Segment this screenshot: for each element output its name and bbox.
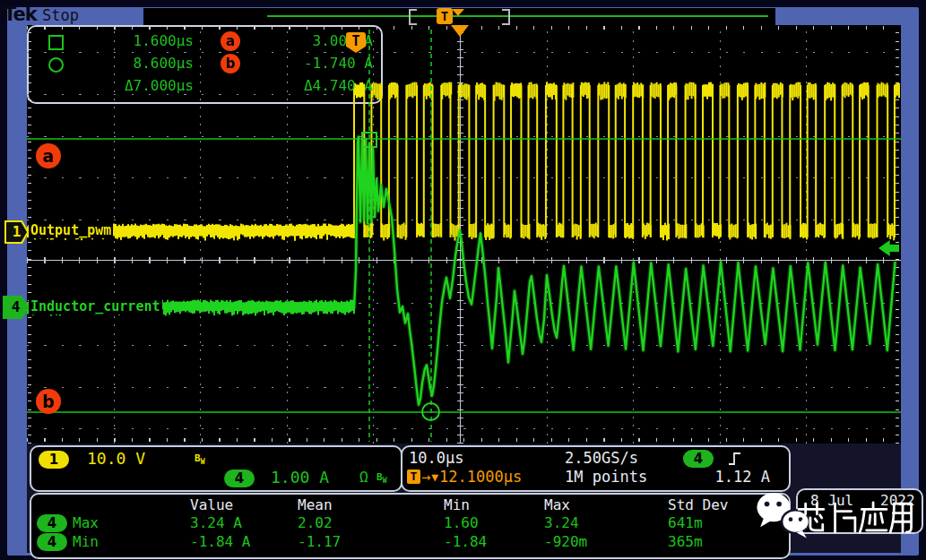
cursor-a-badge: a <box>36 143 61 168</box>
delay-tri-icon: ▼ <box>431 470 438 484</box>
meas-ch-badge: 4 <box>37 514 67 532</box>
ch1-scale-badge: 1 <box>39 451 69 469</box>
meas-value: 3.24 A <box>190 514 250 532</box>
ch4-bw-limit-icon: BW <box>376 471 386 485</box>
delay-t-icon: T <box>407 470 420 484</box>
meas-min: -1.84 <box>444 533 487 551</box>
trigger-position-marker-icon <box>451 25 469 37</box>
col-header-max: Max <box>544 496 587 514</box>
acquisition-status: Stop <box>42 6 79 24</box>
trigger-source-badge: 4 <box>683 450 714 468</box>
col-header-mean: Mean <box>298 496 341 514</box>
graticule: T a b Output_pwm Inductor_current 1.600µ… <box>27 25 901 444</box>
ch4-waveform-label: Inductor_current <box>29 299 162 314</box>
delay-value: 12.1000µs <box>439 468 522 486</box>
measurement-row-label: 4 Min <box>37 533 99 551</box>
cursor-ci-time: 8.600µs <box>77 55 194 72</box>
watermark-text-glyphs <box>796 500 918 536</box>
meas-max: -920m <box>544 533 587 551</box>
meas-mean: -1.17 <box>298 533 341 551</box>
expansion-point-icon <box>452 9 464 16</box>
ch1-scale: 10.0 V <box>87 449 145 468</box>
meas-std: 365m <box>668 533 728 551</box>
ch1-bw-limit-icon: BW <box>195 452 204 466</box>
meas-min: 1.60 <box>444 514 487 532</box>
meas-mean: 2.02 <box>298 514 341 532</box>
trigger-position-icon: T <box>437 8 453 24</box>
circle-cursor-icon <box>48 57 64 73</box>
square-cursor-icon <box>48 35 64 50</box>
meas-value: -1.84 A <box>190 533 250 551</box>
ch4-impedance: Ω <box>359 469 368 486</box>
tek-logo: Tek <box>4 4 37 25</box>
col-header-stddev: Std Dev <box>668 496 728 514</box>
window-bracket-right <box>502 9 510 25</box>
cursor-circle-marker-icon <box>421 402 440 421</box>
horizontal-trigger-readout-box: 10.0µs T → ▼ 12.1000µs 2.50GS/s 1M point… <box>401 445 791 492</box>
bw-b: B <box>376 471 383 483</box>
cursor-b-value: -1.740 A <box>237 55 373 72</box>
meas-max: 3.24 <box>544 514 587 532</box>
oscilloscope-screen: Tek Stop T T a b <box>0 0 926 560</box>
ch1-position-number: 1 <box>6 222 27 242</box>
delay-readout: T → ▼ 12.1000µs <box>407 468 522 486</box>
meas-name: Min <box>73 533 99 551</box>
vertical-readout-box: 1 10.0 V BW 4 1.00 A Ω BW <box>30 445 402 492</box>
window-bracket-left <box>409 9 417 25</box>
cursor-b-badge: b <box>36 389 61 414</box>
record-length: 1M points <box>565 468 647 486</box>
measurement-row-label: 4 Max <box>37 514 99 532</box>
delay-arrow-icon: → <box>421 468 430 486</box>
bw-w: W <box>201 458 205 466</box>
ch4-scale: 1.00 A <box>271 468 329 487</box>
record-overview-waveform <box>267 15 768 17</box>
bw-w: W <box>383 477 387 485</box>
col-header-min: Min <box>444 496 487 514</box>
record-overview-strip: T <box>143 8 775 25</box>
meas-std: 641m <box>668 514 728 532</box>
col-header-value: Value <box>190 496 250 514</box>
timebase: 10.0µs <box>409 449 463 467</box>
cursor-square-marker-icon <box>361 132 377 148</box>
trigger-slope-icon <box>727 451 743 467</box>
sample-rate: 2.50GS/s <box>565 449 638 467</box>
ch1-waveform-label: Output_pwm <box>29 223 113 238</box>
ch4-scale-badge: 4 <box>224 470 255 487</box>
bw-b: B <box>195 452 201 464</box>
measurement-label-col: 4 Max 4 Min <box>37 496 99 551</box>
cursor-sq-time: 1.600µs <box>77 32 194 49</box>
meas-ch-badge: 4 <box>37 533 67 551</box>
cursor-delta-value: Δ4.740 A <box>237 77 373 94</box>
measurement-table: 4 Max 4 Min Value 3.24 A -1.84 A Mean 2.… <box>30 493 791 559</box>
trigger-level: 1.12 A <box>680 468 770 486</box>
meas-name: Max <box>73 514 99 532</box>
cursor-delta-time: Δ7.000µs <box>77 77 194 94</box>
